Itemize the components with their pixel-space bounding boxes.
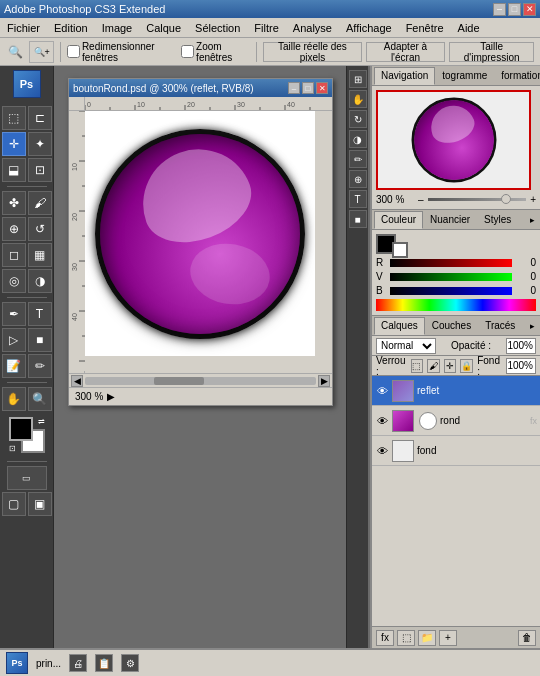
doc-close-button[interactable]: ✕ [316, 82, 328, 94]
tab-couches[interactable]: Couches [425, 317, 478, 335]
move-tool[interactable]: ✛ [2, 132, 26, 156]
notes-tool[interactable]: 📝 [2, 354, 26, 378]
tab-informations[interactable]: formations [494, 67, 540, 85]
menu-analyse[interactable]: Analyse [290, 21, 335, 35]
g-slider[interactable] [390, 273, 512, 281]
minimize-button[interactable]: – [493, 3, 506, 16]
shape-tool[interactable]: ■ [28, 328, 52, 352]
slice-tool[interactable]: ⊡ [28, 158, 52, 182]
zoom-in-icon[interactable]: 🔍+ [29, 41, 54, 63]
resize-windows-checkbox[interactable]: Redimensionner fenêtres [67, 41, 177, 63]
lasso-tool[interactable]: ⊏ [28, 106, 52, 130]
lock-transparent-icon[interactable]: ⬚ [411, 359, 424, 373]
opacity-input[interactable] [506, 338, 536, 354]
menu-aide[interactable]: Aide [455, 21, 483, 35]
maximize-button[interactable]: □ [508, 3, 521, 16]
status-print-icon[interactable]: 🖨 [69, 654, 87, 672]
gradient-tool[interactable]: ▦ [28, 243, 52, 267]
layer-mask-button[interactable]: ⬚ [397, 630, 415, 646]
menu-image[interactable]: Image [99, 21, 136, 35]
menu-filtre[interactable]: Filtre [251, 21, 281, 35]
layer-delete-button[interactable]: 🗑 [518, 630, 536, 646]
rt-heal-icon[interactable]: ⊕ [349, 170, 367, 188]
swap-colors-icon[interactable]: ⇌ [38, 417, 45, 426]
r-slider[interactable] [390, 259, 512, 267]
dodge-tool[interactable]: ◑ [28, 269, 52, 293]
screen-mode-standard[interactable]: ▭ [7, 466, 47, 490]
color-spectrum[interactable] [376, 299, 536, 311]
brush-tool[interactable]: 🖌 [28, 191, 52, 215]
doc-maximize-button[interactable]: □ [302, 82, 314, 94]
rt-shape-icon[interactable]: ■ [349, 210, 367, 228]
eyedropper-tool[interactable]: ✏ [28, 354, 52, 378]
rt-color-icon[interactable]: ◑ [349, 130, 367, 148]
lock-all-icon[interactable]: 🔒 [460, 359, 473, 373]
zoom-plus-icon[interactable]: + [530, 194, 536, 205]
tab-histogramme[interactable]: togramme [435, 67, 494, 85]
layer-fx-button[interactable]: fx [376, 630, 394, 646]
zoom-tool[interactable]: 🔍 [28, 387, 52, 411]
hand-tool[interactable]: ✋ [2, 387, 26, 411]
crop-tool[interactable]: ⬓ [2, 158, 26, 182]
menu-fichier[interactable]: Fichier [4, 21, 43, 35]
menu-selection[interactable]: Sélection [192, 21, 243, 35]
type-tool[interactable]: T [28, 302, 52, 326]
scroll-left-button[interactable]: ◀ [71, 375, 83, 387]
zoom-slider-thumb[interactable] [501, 194, 511, 204]
zoom-tool-icon[interactable]: 🔍 [6, 41, 25, 63]
pen-tool[interactable]: ✒ [2, 302, 26, 326]
print-size-button[interactable]: Taille d'impression [449, 42, 534, 62]
fill-input[interactable] [506, 358, 536, 374]
layer-eye-rond[interactable]: 👁 [375, 414, 389, 428]
layer-new-button[interactable]: + [439, 630, 457, 646]
layer-eye-fond[interactable]: 👁 [375, 444, 389, 458]
magic-wand-tool[interactable]: ✦ [28, 132, 52, 156]
menu-affichage[interactable]: Affichage [343, 21, 395, 35]
rt-brush-icon[interactable]: ✏ [349, 150, 367, 168]
path-selection-tool[interactable]: ▷ [2, 328, 26, 352]
rt-type-icon[interactable]: T [349, 190, 367, 208]
foreground-color[interactable] [9, 417, 33, 441]
healing-brush-tool[interactable]: ✤ [2, 191, 26, 215]
close-button[interactable]: ✕ [523, 3, 536, 16]
tab-traces[interactable]: Tracés [478, 317, 522, 335]
screen-mode-full-menu[interactable]: ▢ [2, 492, 26, 516]
nav-zoom-slider[interactable] [428, 198, 527, 201]
blend-mode-select[interactable]: Normal [376, 338, 436, 354]
rt-zoom-icon[interactable]: ⊞ [349, 70, 367, 88]
menu-fenetre[interactable]: Fenêtre [403, 21, 447, 35]
bg-color-swatch[interactable] [392, 242, 408, 258]
zoom-minus-icon[interactable]: – [418, 194, 424, 205]
rt-rotate-icon[interactable]: ↻ [349, 110, 367, 128]
status-settings-icon[interactable]: ⚙ [121, 654, 139, 672]
scroll-thumb-h[interactable] [154, 377, 204, 385]
tab-couleur[interactable]: Couleur [374, 211, 423, 229]
lock-position-icon[interactable]: ✛ [444, 359, 457, 373]
tab-styles[interactable]: Styles [477, 211, 518, 229]
b-slider[interactable] [390, 287, 512, 295]
clone-stamp-tool[interactable]: ⊕ [2, 217, 26, 241]
menu-calque[interactable]: Calque [143, 21, 184, 35]
menu-edition[interactable]: Edition [51, 21, 91, 35]
default-colors-icon[interactable]: ⊡ [9, 444, 16, 453]
doc-minimize-button[interactable]: – [288, 82, 300, 94]
fit-screen-button[interactable]: Adapter à l'écran [366, 42, 445, 62]
scroll-right-button[interactable]: ▶ [318, 375, 330, 387]
eraser-tool[interactable]: ◻ [2, 243, 26, 267]
history-brush-tool[interactable]: ↺ [28, 217, 52, 241]
zoom-windows-checkbox[interactable]: Zoom fenêtres [181, 41, 250, 63]
marquee-tool[interactable]: ⬚ [2, 106, 26, 130]
tab-navigation[interactable]: Navigation [374, 67, 435, 85]
status-clipboard-icon[interactable]: 📋 [95, 654, 113, 672]
scroll-track-h[interactable] [85, 377, 316, 385]
actual-size-button[interactable]: Taille réelle des pixels [263, 42, 362, 62]
layer-group-button[interactable]: 📁 [418, 630, 436, 646]
layer-item-reflet[interactable]: 👁 reflet [372, 376, 540, 406]
rt-hand-icon[interactable]: ✋ [349, 90, 367, 108]
tab-calques[interactable]: Calques [374, 317, 425, 335]
tab-nuancier[interactable]: Nuancier [423, 211, 477, 229]
layer-eye-reflet[interactable]: 👁 [375, 384, 389, 398]
blur-tool[interactable]: ◎ [2, 269, 26, 293]
layer-item-rond[interactable]: 👁 rond fx [372, 406, 540, 436]
layer-item-fond[interactable]: 👁 fond [372, 436, 540, 466]
